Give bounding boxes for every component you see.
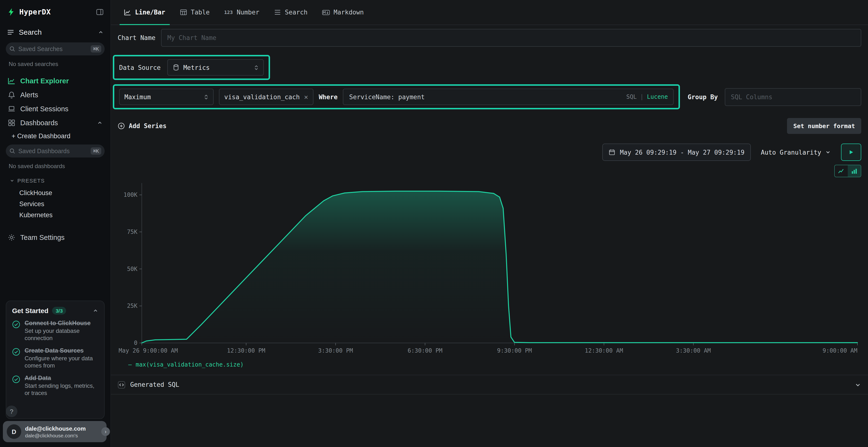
sidebar-item-team-settings[interactable]: Team Settings bbox=[6, 230, 105, 244]
add-series-button[interactable]: Add Series bbox=[118, 122, 166, 130]
preset-kubernetes[interactable]: Kubernetes bbox=[6, 209, 105, 220]
kbd-shortcut: ⌘K bbox=[91, 45, 101, 53]
user-menu[interactable]: D dale@clickhouse.com dale@clickhouse.co… bbox=[3, 421, 106, 442]
sidebar-item-chart-explorer[interactable]: Chart Explorer bbox=[6, 74, 105, 88]
metric-chip[interactable]: visa_validation_cach ✕ bbox=[219, 89, 313, 105]
tab-markdown[interactable]: Markdown bbox=[316, 0, 370, 25]
sidebar-item-client-sessions[interactable]: Client Sessions bbox=[6, 102, 105, 115]
plus-circle-icon bbox=[118, 122, 125, 130]
get-started-card: Get Started 3/3 Connect to ClickHouse Se… bbox=[6, 301, 105, 419]
list-icon bbox=[274, 9, 281, 16]
chart-legend[interactable]: — max(visa_validation_cache.size) bbox=[118, 356, 861, 368]
data-source-value: Metrics bbox=[183, 64, 210, 71]
set-number-format-button[interactable]: Set number format bbox=[787, 118, 861, 134]
saved-dashboards-search[interactable]: ⌘K bbox=[6, 144, 105, 158]
chart-type-tabbar: Line/Bar Table 123 Number Search bbox=[111, 0, 868, 25]
get-started-item-sources[interactable]: Create Data Sources Configure where your… bbox=[12, 347, 98, 370]
get-started-item-add-data[interactable]: Add Data Start sending logs, metrics, or… bbox=[12, 375, 98, 397]
where-input[interactable] bbox=[343, 89, 674, 105]
chevron-up-icon[interactable] bbox=[97, 120, 103, 126]
laptop-icon bbox=[8, 105, 16, 112]
help-button[interactable]: ? bbox=[6, 406, 18, 417]
svg-text:12:30:00 PM: 12:30:00 PM bbox=[227, 347, 265, 354]
data-source-label: Data Source bbox=[119, 64, 161, 71]
sidebar-bottom: Get Started 3/3 Connect to ClickHouse Se… bbox=[6, 301, 105, 444]
check-circle-icon bbox=[12, 375, 20, 397]
svg-text:50K: 50K bbox=[127, 266, 138, 272]
task-title: Connect to ClickHouse bbox=[25, 320, 98, 326]
search-icon bbox=[9, 148, 16, 154]
chevron-up-icon[interactable] bbox=[98, 29, 104, 35]
where-box: SQL | Lucene bbox=[343, 89, 674, 105]
chevron-up-icon[interactable] bbox=[93, 308, 98, 314]
where-label: Where bbox=[319, 93, 338, 100]
actions-row: Add Series Set number format bbox=[111, 118, 868, 134]
task-title: Create Data Sources bbox=[25, 347, 98, 354]
play-icon bbox=[848, 149, 854, 155]
sidebar-item-alerts[interactable]: Alerts bbox=[6, 88, 105, 102]
aggregation-select[interactable]: Maximum bbox=[119, 89, 214, 105]
line-chart-toggle[interactable] bbox=[835, 165, 848, 177]
chevron-down-icon bbox=[10, 178, 14, 183]
svg-text:9:00:00 AM: 9:00:00 AM bbox=[823, 347, 858, 354]
date-range-input[interactable]: May 26 09:29:19 - May 27 09:29:19 bbox=[602, 143, 751, 161]
tab-line-bar[interactable]: Line/Bar bbox=[118, 0, 172, 25]
search-list-icon bbox=[7, 28, 14, 36]
sidebar-item-label: Chart Explorer bbox=[20, 77, 69, 84]
saved-searches-search[interactable]: ⌘K bbox=[6, 42, 105, 56]
preset-services[interactable]: Services bbox=[6, 199, 105, 209]
tab-number[interactable]: 123 Number bbox=[218, 0, 266, 25]
create-dashboard-button[interactable]: + Create Dashboard bbox=[7, 133, 104, 140]
chevron-down-icon[interactable] bbox=[855, 381, 861, 388]
select-caret-icon bbox=[254, 64, 258, 71]
task-desc: Start sending logs, metrics, or traces bbox=[25, 382, 98, 397]
generated-sql-toggle[interactable]: Generated SQL bbox=[111, 375, 868, 394]
group-by-input[interactable] bbox=[724, 88, 861, 106]
granularity-select[interactable]: Auto Granularity bbox=[758, 143, 834, 161]
chart-name-label: Chart Name bbox=[118, 34, 161, 41]
svg-text:75K: 75K bbox=[127, 229, 138, 235]
grid-icon bbox=[8, 119, 16, 127]
markdown-icon bbox=[322, 9, 330, 15]
saved-dashboards-input[interactable] bbox=[18, 148, 88, 154]
tab-table[interactable]: Table bbox=[173, 0, 216, 25]
svg-text:9:30:00 PM: 9:30:00 PM bbox=[497, 347, 532, 354]
chart-name-input[interactable] bbox=[161, 29, 861, 47]
tab-label: Search bbox=[285, 9, 308, 16]
chevron-right-icon[interactable]: › bbox=[101, 427, 110, 436]
date-range-value: May 26 09:29:19 - May 27 09:29:19 bbox=[620, 148, 745, 156]
gear-icon bbox=[8, 233, 16, 241]
tab-label: Line/Bar bbox=[135, 9, 165, 16]
collapse-sidebar-icon[interactable] bbox=[96, 8, 104, 16]
data-source-select[interactable]: Metrics bbox=[167, 59, 264, 76]
presets-label: PRESETS bbox=[18, 178, 45, 183]
chart-area[interactable]: 025K50K75K100KMay 26 9:00:00 AM12:30:00 … bbox=[111, 177, 868, 368]
sidebar-item-dashboards[interactable]: Dashboards bbox=[6, 115, 105, 130]
search-icon bbox=[9, 46, 16, 52]
line-chart-canvas[interactable]: 025K50K75K100KMay 26 9:00:00 AM12:30:00 … bbox=[118, 179, 861, 356]
tab-search[interactable]: Search bbox=[268, 0, 314, 25]
select-caret-icon bbox=[204, 94, 208, 100]
remove-metric-icon[interactable]: ✕ bbox=[304, 93, 308, 101]
get-started-header[interactable]: Get Started 3/3 bbox=[12, 307, 98, 314]
get-started-item-connect[interactable]: Connect to ClickHouse Set up your databa… bbox=[12, 320, 98, 342]
svg-text:6:30:00 PM: 6:30:00 PM bbox=[408, 347, 443, 354]
presets-toggle[interactable]: PRESETS bbox=[7, 178, 104, 183]
run-query-button[interactable] bbox=[841, 143, 861, 161]
user-email: dale@clickhouse.com bbox=[25, 425, 86, 432]
code-icon bbox=[118, 381, 125, 388]
preset-clickhouse[interactable]: ClickHouse bbox=[6, 187, 105, 199]
tab-label: Number bbox=[237, 9, 259, 16]
get-started-title: Get Started bbox=[12, 307, 49, 314]
lucene-mode-button[interactable]: Lucene bbox=[647, 94, 668, 100]
sql-mode-button[interactable]: SQL bbox=[626, 94, 637, 100]
line-chart-icon bbox=[124, 9, 131, 16]
series-highlight: Maximum visa_validation_cach ✕ Where SQL… bbox=[113, 84, 680, 109]
series-row: Maximum visa_validation_cach ✕ Where SQL… bbox=[111, 84, 868, 109]
search-section-header[interactable]: Search bbox=[7, 28, 104, 36]
kbd-shortcut: ⌘K bbox=[91, 147, 101, 154]
display-toggle-row bbox=[111, 165, 868, 177]
saved-searches-input[interactable] bbox=[18, 45, 88, 52]
bar-chart-toggle[interactable] bbox=[848, 165, 861, 177]
svg-text:12:30:00 AM: 12:30:00 AM bbox=[585, 347, 623, 354]
